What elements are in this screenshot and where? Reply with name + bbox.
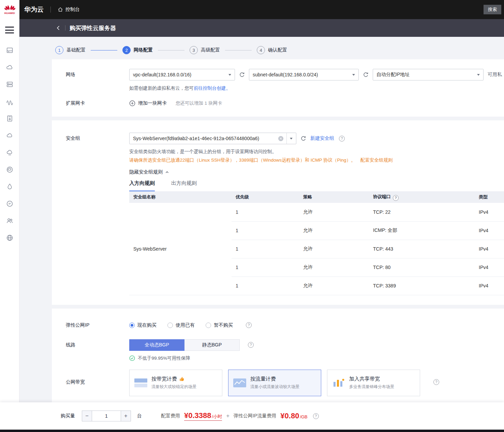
create-security-group-link[interactable]: 新建安全组 (310, 135, 334, 141)
thumb-up-icon (179, 376, 184, 382)
bandwidth-billing-icon (134, 378, 147, 388)
sidebar-item-cloud-1[interactable] (0, 127, 19, 144)
bandwidth-card-shared[interactable]: 加入共享带宽 多业务流量错峰分布场景 (327, 370, 420, 396)
tab-outbound-rules[interactable]: 出方向规则 (171, 180, 197, 191)
step-2-label: 网络配置 (134, 47, 153, 53)
priority-cell: 1 (232, 203, 299, 221)
nic-remaining-note: 您还可以增加 1 块网卡 (176, 100, 222, 106)
configure-sg-rules-link[interactable]: 配置安全组规则 (360, 158, 393, 163)
user-group-icon (6, 217, 13, 224)
eip-help-icon[interactable]: ? (246, 322, 252, 328)
ip-mode-select[interactable]: 自动分配IP地址 (373, 69, 484, 80)
step-2-network[interactable]: 2 网络配置 (122, 46, 153, 54)
line-toggle-dynamic-bgp[interactable]: 全动态BGP (129, 339, 184, 351)
bandwidth-card-by-traffic[interactable]: 按流量计费 流量小或流量波动较大场景 (228, 370, 321, 396)
step-indicator: 1 基础配置 2 网络配置 3 高级配置 4 确认配置 (55, 46, 504, 54)
config-fee-price: ¥0.3388 /小时 (184, 411, 222, 421)
security-group-label: 安全组 (52, 135, 129, 141)
plus-sign: + (226, 413, 229, 419)
sidebar-item-disk[interactable] (0, 110, 19, 127)
brand-name[interactable]: 华为云 (24, 5, 44, 14)
refresh-icon (363, 72, 369, 78)
title-divider (65, 25, 65, 31)
huawei-logo[interactable]: HUAWEI (0, 0, 19, 19)
home-icon (58, 7, 63, 12)
protocol-port-label: 协议端口 (373, 194, 391, 199)
vpc-select[interactable]: vpc-default(192.168.0.0/16) (129, 69, 235, 80)
policy-cell: 允许 (299, 203, 369, 221)
policy-cell: 允许 (299, 240, 369, 258)
col-header-type: 类型 (475, 191, 504, 203)
sidebar-item-ecs[interactable] (0, 42, 19, 59)
priority-cell: 1 (232, 258, 299, 277)
table-header-row: 安全组名称 优先级 策略 协议端口? 类型 (129, 191, 504, 203)
security-group-refresh-button[interactable] (300, 136, 306, 141)
sidebar-item-volume[interactable] (0, 178, 19, 195)
step-connector (158, 50, 184, 50)
chevron-down-icon (290, 138, 293, 139)
step-3-label: 高级配置 (201, 47, 220, 53)
bandwidth-help-icon[interactable]: ? (433, 379, 439, 385)
protocol-port-help-icon[interactable]: ? (393, 195, 399, 201)
tab-inbound-rules[interactable]: 入方向规则 (129, 180, 155, 191)
hide-sg-rules-toggle[interactable]: 隐藏安全组规则 (129, 169, 169, 175)
radio-not-buy[interactable]: 暂不购买 (206, 322, 233, 328)
sidebar-item-vpc[interactable] (0, 229, 19, 246)
security-group-select[interactable]: Sys-WebServer(fd9a9ab2-a1e1-46ec-912a-06… (129, 133, 296, 144)
add-nic-button[interactable]: 增加一块网卡 (129, 100, 167, 106)
page-titlebar: 购买弹性云服务器 (19, 19, 504, 37)
network-label: 网络 (52, 72, 129, 78)
col-header-priority: 优先级 (232, 191, 299, 203)
back-button[interactable] (56, 25, 61, 31)
console-link[interactable]: 控制台 (58, 6, 80, 13)
create-vpc-link[interactable]: 前往控制台创建。 (194, 86, 231, 91)
subnet-refresh-button[interactable] (363, 72, 369, 78)
line-help-icon[interactable]: ? (248, 342, 254, 348)
extend-nic-label: 扩展网卡 (52, 100, 129, 106)
sidebar-item-storage[interactable] (0, 76, 19, 93)
config-fee-amount: ¥0.3388 (184, 411, 211, 420)
step-3-advanced[interactable]: 3 高级配置 (190, 46, 220, 54)
disk-file-icon (6, 115, 13, 122)
sidebar-item-eip[interactable]: IP (0, 195, 19, 212)
rule-row: Sys-WebServer 1 允许 TCP: 22 IPv4 (129, 203, 504, 221)
radio-not-buy-label: 暂不购买 (214, 322, 233, 328)
menu-toggle[interactable] (5, 27, 14, 33)
bandwidth-card-desc: 多业务流量错峰分布场景 (349, 384, 394, 390)
main-content: 1 基础配置 2 网络配置 3 高级配置 4 确认配置 网络 vpc-defau… (19, 37, 504, 432)
radio-buy-now[interactable]: 现在购买 (129, 322, 157, 328)
bandwidth-card-by-bandwidth[interactable]: 按带宽计费 流量较大或较稳定的场景 (129, 370, 222, 396)
quantity-increase-button[interactable]: + (121, 411, 131, 421)
eip-label: 弹性公网IP (52, 322, 129, 328)
sidebar-item-network[interactable] (0, 93, 19, 110)
sidebar-item-cloud-2[interactable] (0, 144, 19, 161)
line-toggle-static-bgp[interactable]: 静态BGP (184, 339, 240, 351)
sidebar-item-auto-scaling[interactable] (0, 59, 19, 76)
hide-sg-rules-label: 隐藏安全组规则 (129, 169, 163, 175)
clear-selection-icon[interactable]: ✕ (278, 136, 283, 141)
col-header-policy: 策略 (299, 191, 369, 203)
sidebar-item-cloud-monitor[interactable] (0, 161, 19, 178)
quantity-input[interactable] (92, 411, 121, 421)
auto-scaling-cloud-icon (6, 64, 13, 71)
step-connector (91, 50, 117, 50)
price-help-icon[interactable]: ? (313, 413, 319, 419)
bandwidth-label: 公网带宽 (52, 370, 129, 385)
type-cell: IPv4 (475, 258, 504, 277)
step-1-basic[interactable]: 1 基础配置 (55, 46, 86, 54)
type-cell: IPv4 (475, 277, 504, 295)
step-2-circle: 2 (122, 46, 131, 54)
radio-icon (129, 323, 135, 328)
step-4-confirm[interactable]: 4 确认配置 (257, 46, 287, 54)
quantity-decrease-button[interactable]: − (82, 411, 92, 421)
security-group-help-icon[interactable]: ? (339, 136, 345, 141)
bandwidth-card-title: 按带宽计费 (151, 376, 177, 382)
vpc-refresh-button[interactable] (239, 72, 245, 78)
sidebar-item-users[interactable] (0, 212, 19, 229)
radio-use-existing[interactable]: 使用已有 (167, 322, 195, 328)
subnet-select[interactable]: subnet-default(192.168.0.0/24) (249, 69, 359, 80)
step-3-circle: 3 (190, 46, 198, 54)
search-button[interactable]: 搜索 (484, 5, 501, 14)
cloud-icon (6, 132, 13, 139)
priority-cell: 1 (232, 277, 299, 295)
